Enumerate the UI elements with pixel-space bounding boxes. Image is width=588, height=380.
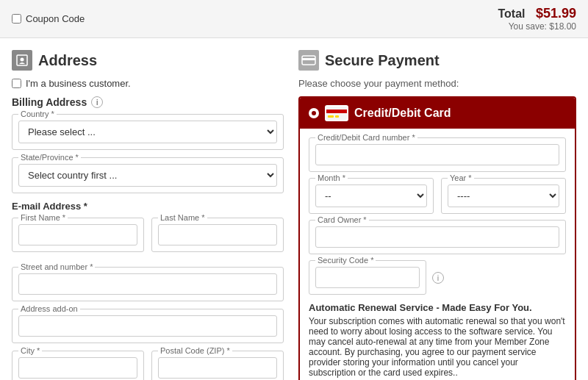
- total-amount: $51.99: [536, 6, 576, 21]
- street-fieldset: Street and number *: [12, 267, 284, 301]
- business-label: I'm a business customer.: [26, 78, 131, 89]
- state-fieldset: State/Province * Select country first ..…: [12, 157, 284, 193]
- business-checkbox[interactable]: [12, 79, 21, 88]
- total-label: Total: [498, 7, 525, 20]
- name-row: First Name * Last Name *: [12, 218, 284, 267]
- svg-rect-7: [335, 115, 339, 118]
- credit-card-icon: [325, 105, 348, 121]
- payment-header: Secure Payment: [298, 50, 576, 71]
- year-label: Year *: [448, 173, 474, 182]
- credit-card-option[interactable]: Credit/Debit Card Credit/Debit Card numb…: [298, 96, 576, 380]
- coupon-checkbox[interactable]: [12, 14, 21, 24]
- address-header: Address: [12, 50, 284, 71]
- month-label: Month *: [315, 173, 348, 182]
- credit-card-header: Credit/Debit Card: [300, 98, 575, 129]
- top-bar: Coupon Code Total $51.99 You save: $18.0…: [0, 0, 588, 38]
- billing-info-icon[interactable]: i: [91, 96, 103, 108]
- country-select[interactable]: Please select ...: [18, 121, 277, 143]
- street-label: Street and number *: [18, 262, 95, 271]
- billing-address-title: Billing Address i: [12, 96, 284, 108]
- last-name-input[interactable]: [158, 224, 277, 245]
- coupon-label: Coupon Code: [26, 13, 85, 24]
- postal-input[interactable]: [158, 357, 277, 379]
- city-group: City *: [12, 351, 144, 380]
- auto-renewal-title: Automatic Renewal Service - Made Easy Fo…: [309, 302, 566, 313]
- card-owner-input[interactable]: [315, 226, 559, 248]
- first-name-label: First Name *: [18, 213, 68, 222]
- auto-renewal: Automatic Renewal Service - Made Easy Fo…: [309, 302, 566, 378]
- payment-title: Secure Payment: [325, 52, 440, 69]
- security-code-label: Security Code *: [315, 256, 376, 265]
- address-icon: [12, 50, 32, 71]
- main-content: Address I'm a business customer. Billing…: [0, 38, 588, 380]
- coupon-area: Coupon Code: [12, 13, 85, 24]
- security-info-icon[interactable]: i: [432, 272, 444, 284]
- city-label: City *: [18, 346, 42, 355]
- first-name-input[interactable]: [18, 224, 137, 245]
- state-select[interactable]: Select country first ...: [18, 164, 277, 187]
- you-save: You save: $18.00: [498, 21, 576, 32]
- country-fieldset: Country * Please select ...: [12, 114, 284, 150]
- postal-group: Postal Code (ZIP) *: [151, 351, 284, 380]
- address-section: Address I'm a business customer. Billing…: [12, 50, 284, 380]
- svg-rect-6: [328, 115, 334, 118]
- month-fieldset: Month * --: [309, 178, 434, 214]
- state-label: State/Province *: [18, 153, 81, 162]
- svg-rect-5: [326, 110, 347, 113]
- month-select[interactable]: --: [315, 184, 427, 207]
- payment-intro: Please choose your payment method:: [298, 78, 576, 89]
- first-name-group: First Name *: [12, 218, 144, 259]
- postal-label: Postal Code (ZIP) *: [158, 346, 232, 355]
- city-input[interactable]: [18, 357, 137, 379]
- payment-section: Secure Payment Please choose your paymen…: [298, 50, 576, 380]
- svg-point-1: [21, 58, 24, 62]
- card-number-fieldset: Credit/Debit Card number *: [309, 137, 566, 172]
- year-select[interactable]: ----: [448, 184, 559, 207]
- street-input[interactable]: [18, 273, 277, 295]
- security-code-fieldset: Security Code *: [309, 260, 426, 295]
- address-addon-label: Address add-on: [18, 304, 80, 313]
- payment-icon: [298, 50, 319, 71]
- card-number-label: Credit/Debit Card number *: [315, 133, 417, 142]
- address-addon-input[interactable]: [18, 315, 277, 337]
- address-addon-fieldset: Address add-on: [12, 309, 284, 343]
- month-year-row: Month * -- Year * ----: [309, 178, 566, 220]
- total-area: Total $51.99 You save: $18.00: [498, 6, 576, 32]
- address-title: Address: [38, 52, 97, 69]
- svg-rect-3: [302, 58, 315, 60]
- card-owner-fieldset: Card Owner *: [309, 220, 566, 254]
- credit-card-title: Credit/Debit Card: [354, 107, 451, 120]
- last-name-label: Last Name *: [158, 213, 207, 222]
- security-code-row: Security Code * i: [309, 260, 566, 295]
- business-customer-row: I'm a business customer.: [12, 78, 284, 89]
- city-postal-row: City * Postal Code (ZIP) *: [12, 351, 284, 380]
- credit-card-radio[interactable]: [309, 108, 319, 118]
- year-fieldset: Year * ----: [441, 178, 566, 214]
- card-number-input[interactable]: [315, 144, 559, 165]
- card-owner-label: Card Owner *: [315, 215, 369, 224]
- last-name-group: Last Name *: [151, 218, 284, 259]
- auto-renewal-text: Your subscription comes with automatic r…: [309, 316, 566, 378]
- country-label: Country *: [18, 110, 57, 118]
- credit-card-body: Credit/Debit Card number * Month * -- Ye…: [300, 129, 575, 380]
- security-code-input[interactable]: [315, 267, 420, 288]
- email-label: E-mail Address *: [12, 201, 284, 212]
